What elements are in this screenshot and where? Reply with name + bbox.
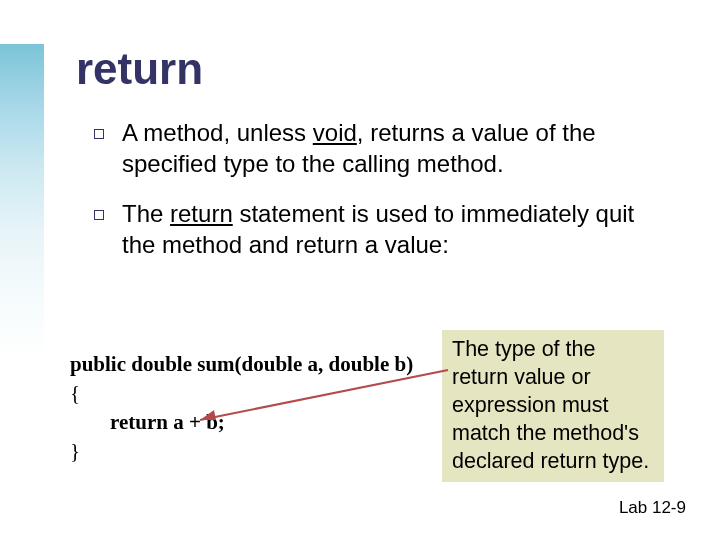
code-line: {	[70, 379, 430, 408]
code-text: a + b;	[168, 410, 225, 434]
code-keyword: double	[242, 352, 303, 376]
decorative-sidebar	[0, 44, 44, 464]
code-keyword: double	[131, 352, 192, 376]
list-item: The return statement is used to immediat…	[94, 199, 674, 260]
code-text: public	[70, 352, 131, 376]
code-keyword: return	[110, 410, 168, 434]
code-keyword: double	[329, 352, 390, 376]
code-text: sum(	[192, 352, 242, 376]
bullet-text: A method, unless void, returns a value o…	[122, 118, 674, 179]
code-line: public double sum(double a, double b)	[70, 350, 430, 379]
square-bullet-icon	[94, 129, 104, 139]
code-example: public double sum(double a, double b) { …	[70, 350, 430, 466]
list-item: A method, unless void, returns a value o…	[94, 118, 674, 179]
code-line: }	[70, 437, 430, 466]
bullet-list: A method, unless void, returns a value o…	[94, 118, 674, 281]
slide-footer: Lab 12-9	[619, 498, 686, 518]
code-text: b)	[389, 352, 413, 376]
bullet-text: The return statement is used to immediat…	[122, 199, 674, 260]
annotation-box: The type of the return value or expressi…	[442, 330, 664, 482]
square-bullet-icon	[94, 210, 104, 220]
slide-title: return	[76, 44, 203, 94]
code-text: a,	[302, 352, 328, 376]
code-line: return a + b;	[70, 408, 430, 437]
slide: return A method, unless void, returns a …	[0, 0, 720, 540]
